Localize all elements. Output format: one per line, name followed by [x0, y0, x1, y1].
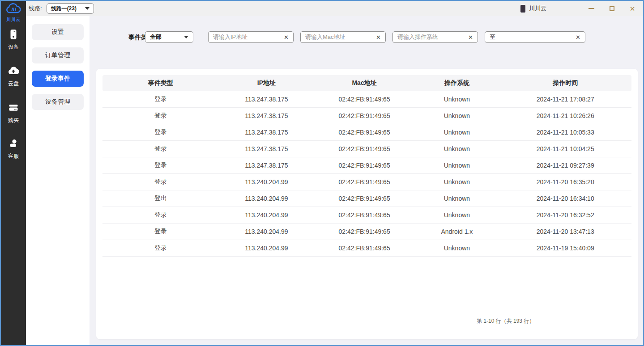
cell-event-type: 登录 [102, 145, 219, 153]
cell-time: 2024-11-20 16:32:52 [499, 211, 631, 219]
cell-os: Unknown [414, 211, 499, 219]
cell-ip-address: 113.240.204.99 [219, 245, 314, 252]
cell-event-type: 登录 [102, 178, 219, 186]
sidebar-item-purchase[interactable]: 购买 [1, 102, 26, 124]
cell-os: Unknown [414, 145, 499, 152]
clear-icon[interactable]: ✕ [468, 34, 473, 40]
cell-mac-address: 02:42:FB:91:49:65 [314, 162, 415, 169]
date-placeholder: 至 [490, 33, 495, 41]
cell-mac-address: 02:42:FB:91:49:65 [314, 228, 415, 235]
cell-mac-address: 02:42:FB:91:49:65 [314, 178, 415, 186]
cell-event-type: 登录 [102, 112, 219, 120]
cell-mac-address: 02:42:FB:91:49:65 [314, 195, 415, 202]
pagination-status: 第 1-10 行（共 193 行） [477, 317, 534, 325]
cell-event-type: 登录 [102, 161, 219, 169]
cell-event-type: 登录 [102, 95, 219, 103]
cell-os: Unknown [414, 96, 499, 103]
cell-os: Unknown [414, 112, 499, 119]
main-content: 事件类型 全部 请输入IP地址 ✕ 请输入Mac地址 ✕ 请输入操作系统 ✕ 至… [90, 16, 643, 345]
cloud-logo-icon [5, 3, 21, 14]
cell-mac-address: 02:42:FB:91:49:65 [314, 145, 415, 152]
cell-mac-address: 02:42:FB:91:49:65 [314, 112, 415, 119]
cell-ip-address: 113.240.204.99 [219, 211, 314, 219]
table-row: 登录 113.247.38.175 02:42:FB:91:49:65 Unkn… [102, 124, 631, 141]
table-row: 登录 113.247.38.175 02:42:FB:91:49:65 Unkn… [102, 108, 631, 124]
sidebar-item-label: 购买 [1, 117, 26, 124]
cell-os: Android 1.x [414, 228, 499, 235]
cell-ip-address: 113.240.204.99 [219, 178, 314, 186]
cell-event-type: 登录 [102, 128, 219, 136]
sidebar-item-devices[interactable]: 设备 [1, 29, 26, 51]
submenu-item-device-management[interactable]: 设备管理 [32, 94, 84, 110]
cell-os: Unknown [414, 129, 499, 136]
cell-ip-address: 113.240.204.99 [219, 228, 314, 235]
cell-ip-address: 113.247.38.175 [219, 129, 314, 136]
cell-mac-address: 02:42:FB:91:49:65 [314, 96, 415, 103]
support-icon [8, 138, 19, 149]
cell-time: 2024-11-21 10:04:25 [499, 145, 631, 152]
clear-icon[interactable]: ✕ [576, 34, 580, 40]
line-select[interactable]: 线路一(23) [47, 3, 94, 14]
mac-placeholder: 请输入Mac地址 [305, 33, 345, 41]
submenu-item-login-events[interactable]: 登录事件 [32, 71, 84, 87]
os-filter-input[interactable]: 请输入操作系统 ✕ [392, 31, 478, 43]
table-row: 登录 113.247.38.175 02:42:FB:91:49:65 Unkn… [102, 141, 631, 157]
cell-ip-address: 113.247.38.175 [219, 96, 314, 103]
cell-time: 2024-11-20 13:47:13 [499, 228, 631, 235]
sidebar-item-support[interactable]: 客服 [1, 138, 26, 160]
submenu-item-orders[interactable]: 订单管理 [32, 47, 84, 63]
events-table-card: 事件类型 IP地址 Mac地址 操作系统 操作时间 登录 113.247.38.… [96, 69, 638, 339]
cell-event-type: 登录 [102, 211, 219, 219]
cell-ip-address: 113.247.38.175 [219, 112, 314, 119]
table-body: 登录 113.247.38.175 02:42:FB:91:49:65 Unkn… [102, 91, 631, 257]
minimize-icon [589, 8, 594, 9]
event-type-value: 全部 [150, 33, 162, 41]
cell-event-type: 登录 [102, 244, 219, 252]
purchase-icon [8, 102, 19, 114]
column-header: 事件类型 [102, 79, 219, 87]
column-header: IP地址 [219, 79, 314, 87]
close-icon: ✕ [630, 5, 635, 12]
filter-bar: 事件类型 全部 请输入IP地址 ✕ 请输入Mac地址 ✕ 请输入操作系统 ✕ 至… [90, 31, 643, 43]
event-type-select[interactable]: 全部 [145, 31, 193, 43]
maximize-button[interactable] [607, 4, 616, 13]
cell-event-type: 登录 [102, 228, 219, 236]
table-row: 登录 113.240.204.99 02:42:FB:91:49:65 Andr… [102, 224, 631, 240]
mac-filter-input[interactable]: 请输入Mac地址 ✕ [300, 31, 386, 43]
chevron-down-icon [85, 7, 90, 10]
submenu-item-settings[interactable]: 设置 [32, 24, 84, 40]
sidebar-item-cloud-disk[interactable]: 云盘 [1, 65, 26, 88]
cell-ip-address: 113.247.38.175 [219, 145, 314, 152]
chevron-down-icon [184, 36, 188, 38]
sidebar-item-label: 客服 [1, 152, 26, 160]
cell-time: 2024-11-21 17:08:27 [499, 96, 631, 103]
minimize-button[interactable] [587, 4, 596, 13]
maximize-icon [610, 6, 614, 11]
cell-mac-address: 02:42:FB:91:49:65 [314, 211, 415, 219]
sidebar-item-label: 设备 [1, 43, 26, 51]
table-row: 登录 113.240.204.99 02:42:FB:91:49:65 Unkn… [102, 207, 631, 224]
app-logo: 川川云 [1, 1, 26, 23]
cell-mac-address: 02:42:FB:91:49:65 [314, 245, 415, 252]
icon-rail: 川川云 设备 云盘 购买 [1, 1, 26, 345]
close-button[interactable]: ✕ [628, 4, 637, 13]
cloud-disk-icon [8, 65, 19, 77]
table-row: 登录 113.240.204.99 02:42:FB:91:49:65 Unkn… [102, 174, 631, 190]
column-header: 操作系统 [414, 79, 499, 87]
os-placeholder: 请输入操作系统 [397, 33, 438, 41]
clear-icon[interactable]: ✕ [284, 34, 289, 40]
table-row: 登录 113.240.204.99 02:42:FB:91:49:65 Unkn… [102, 240, 631, 257]
app-mini-icon [520, 5, 525, 13]
ip-filter-input[interactable]: 请输入IP地址 ✕ [208, 31, 294, 43]
line-label: 线路: [29, 4, 42, 13]
date-range-input[interactable]: 至 ✕ [485, 31, 585, 43]
clear-icon[interactable]: ✕ [376, 34, 381, 40]
logo-text: 川川云 [1, 17, 26, 23]
cell-os: Unknown [414, 162, 499, 169]
cell-time: 2024-11-21 09:27:39 [499, 162, 631, 169]
cell-time: 2024-11-19 15:40:09 [499, 245, 631, 252]
table-header-row: 事件类型 IP地址 Mac地址 操作系统 操作时间 [102, 75, 631, 91]
cell-os: Unknown [414, 178, 499, 186]
column-header: 操作时间 [499, 79, 631, 87]
cell-time: 2024-11-21 10:26:26 [499, 112, 631, 119]
